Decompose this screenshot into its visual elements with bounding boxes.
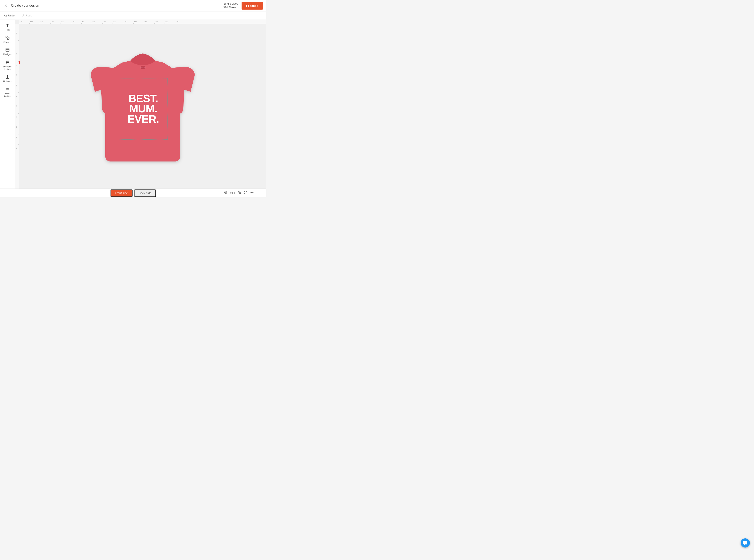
- canvas-area: 160 150 140 130 120 110 10 110 1: [15, 20, 266, 188]
- tshirt-container: SWEET THING BEST. MUM. EVER.: [19, 24, 266, 188]
- svg-text:20: 20: [16, 33, 18, 35]
- settings-button[interactable]: [250, 191, 254, 195]
- text-icon: [5, 23, 10, 28]
- design-overlay[interactable]: BEST. MUM. EVER.: [119, 78, 168, 140]
- svg-text:NAME: NAME: [7, 88, 8, 89]
- price-info: Single sided $24.50 each: [223, 2, 238, 9]
- svg-text:SWEET THING: SWEET THING: [140, 67, 146, 68]
- svg-point-75: [251, 192, 252, 193]
- zoom-level: 19%: [229, 192, 236, 195]
- sidebar-item-designs[interactable]: Designs: [1, 46, 14, 57]
- svg-text:80: 80: [16, 147, 18, 149]
- team-names-icon: NAME 00: [5, 87, 10, 92]
- toolbar: Undo Redo: [0, 12, 266, 20]
- sidebar-item-team-names[interactable]: NAME 00 Teamnames: [1, 85, 14, 99]
- svg-text:190: 190: [176, 21, 179, 23]
- tshirt-wrapper: SWEET THING BEST. MUM. EVER.: [89, 46, 197, 167]
- redo-icon: [21, 14, 24, 17]
- settings-icon: [250, 191, 254, 195]
- svg-line-70: [226, 193, 227, 194]
- svg-text:40: 40: [16, 105, 18, 107]
- svg-text:110: 110: [93, 21, 95, 23]
- close-button[interactable]: ✕: [3, 2, 8, 9]
- svg-text:20: 20: [16, 85, 18, 86]
- sidebar-shapes-label: Shapes: [3, 41, 11, 43]
- ruler-left-svg: 20 10 0 10 20 30 40 50: [15, 24, 19, 188]
- sidebar-uploads-label: Uploads: [3, 80, 12, 83]
- header-left: ✕ Create your design: [3, 2, 39, 9]
- undo-label: Undo: [8, 14, 15, 17]
- undo-button[interactable]: Undo: [2, 13, 16, 18]
- svg-text:140: 140: [40, 21, 43, 23]
- sidebar-previous-label: Previousdesigns: [3, 65, 12, 71]
- svg-text:150: 150: [134, 21, 137, 23]
- sidebar-item-uploads[interactable]: Uploads: [1, 73, 14, 84]
- sidebar-item-text[interactable]: Text: [1, 21, 14, 33]
- sidebar-designs-label: Designs: [3, 53, 12, 56]
- front-side-tab[interactable]: Front side: [110, 189, 133, 197]
- svg-text:130: 130: [113, 21, 116, 23]
- sidebar-item-previous-designs[interactable]: Previousdesigns: [1, 59, 14, 72]
- svg-text:130: 130: [51, 21, 54, 23]
- redo-label: Redo: [26, 14, 32, 17]
- svg-text:120: 120: [61, 21, 64, 23]
- svg-rect-9: [19, 20, 266, 24]
- svg-text:120: 120: [103, 21, 106, 23]
- sidebar-text-label: Text: [5, 28, 9, 31]
- fullscreen-icon: [244, 191, 248, 195]
- ruler-top: 160 150 140 130 120 110 10 110 1: [19, 20, 266, 24]
- svg-text:0: 0: [16, 65, 18, 66]
- zoom-in-icon: [238, 191, 241, 194]
- svg-text:170: 170: [155, 21, 158, 23]
- svg-text:10: 10: [82, 21, 84, 23]
- svg-text:00: 00: [7, 89, 7, 90]
- designs-icon: [5, 48, 10, 52]
- shapes-icon: [5, 35, 10, 40]
- svg-text:160: 160: [144, 21, 147, 23]
- undo-icon: [4, 14, 7, 17]
- header: ✕ Create your design Single sided $24.50…: [0, 0, 266, 12]
- svg-text:30: 30: [16, 95, 18, 97]
- svg-text:70: 70: [16, 137, 18, 139]
- red-marker: [19, 61, 20, 64]
- redo-button[interactable]: Redo: [20, 13, 33, 18]
- previous-designs-icon: [5, 60, 10, 65]
- pricing-line2: $24.50 each: [223, 6, 238, 9]
- ruler-top-svg: 160 150 140 130 120 110 10 110 1: [19, 20, 266, 24]
- bottom-bar: Front side Back side 19%: [0, 188, 266, 197]
- svg-text:60: 60: [16, 126, 18, 128]
- ruler-left: 20 10 0 10 20 30 40 50: [15, 24, 19, 188]
- pricing-line1: Single sided: [223, 2, 238, 6]
- uploads-icon: [5, 75, 10, 79]
- sidebar: Text Shapes Designs Previousdesigns: [0, 20, 15, 188]
- svg-text:10: 10: [16, 54, 18, 55]
- sidebar-team-names-label: Teamnames: [4, 93, 11, 97]
- svg-rect-3: [6, 48, 9, 52]
- svg-text:150: 150: [30, 21, 33, 23]
- zoom-in-button[interactable]: [238, 191, 241, 195]
- svg-text:50: 50: [16, 116, 18, 118]
- svg-text:110: 110: [72, 21, 75, 23]
- svg-text:160: 160: [20, 21, 22, 23]
- back-side-tab[interactable]: Back side: [134, 189, 156, 197]
- main: Text Shapes Designs Previousdesigns: [0, 20, 266, 188]
- fullscreen-button[interactable]: [244, 191, 248, 195]
- svg-text:10: 10: [16, 74, 18, 76]
- svg-text:140: 140: [124, 21, 126, 23]
- sidebar-item-shapes[interactable]: Shapes: [1, 34, 14, 45]
- design-text: BEST. MUM. EVER.: [127, 94, 159, 124]
- page-title: Create your design: [11, 4, 39, 7]
- zoom-out-button[interactable]: [224, 191, 228, 195]
- proceed-button[interactable]: Proceed: [242, 2, 263, 9]
- zoom-controls: 19%: [224, 191, 254, 195]
- header-right: Single sided $24.50 each Proceed: [223, 2, 263, 9]
- svg-line-74: [240, 193, 241, 194]
- svg-text:180: 180: [165, 21, 168, 23]
- zoom-out-icon: [224, 191, 228, 194]
